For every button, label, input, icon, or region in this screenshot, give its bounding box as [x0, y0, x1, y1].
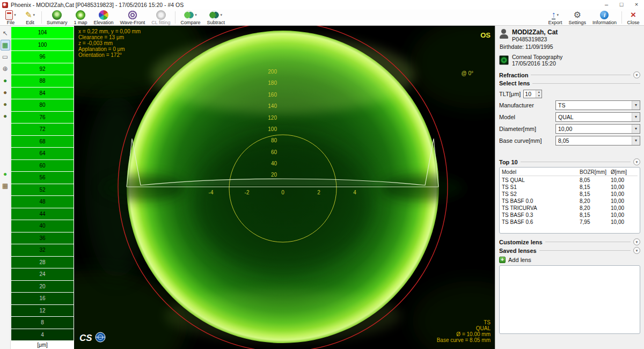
exam-header[interactable]: Corneal Topography 17/05/2016 15:20 — [499, 54, 640, 67]
top10-collapse-button[interactable]: ▾ — [633, 158, 640, 165]
toolbar-separator — [175, 11, 175, 24]
scale-value: 80 — [39, 102, 45, 108]
scale-swatch: 100 — [11, 39, 74, 51]
subtract-button[interactable]: ▾ Subtract — [203, 10, 228, 25]
scale-swatch: 60 — [11, 160, 74, 172]
edge-touch-right — [381, 175, 465, 201]
select-lens-title: Select lens — [499, 80, 530, 86]
tlt-value[interactable]: 10 — [524, 90, 536, 98]
select-lens-section-header: Select lens — [499, 80, 640, 86]
scale-value: 68 — [39, 139, 45, 144]
add-plus-icon: + — [499, 257, 506, 263]
pan-tool-icon[interactable]: ⊕ — [1, 63, 10, 74]
spin-up-icon[interactable]: ▴ — [536, 90, 541, 94]
map-thumbnail-icon[interactable]: ● — [1, 99, 10, 110]
v-axis-label: 80 — [271, 137, 277, 143]
v-axis-label: 100 — [268, 126, 277, 132]
add-lens-button[interactable]: + Add lens — [499, 257, 640, 263]
scale-unit-label: [μm] — [11, 341, 74, 349]
customize-lens-collapse-button[interactable]: ▾ — [633, 238, 640, 245]
patient-name: MODI2Zah, Cat — [512, 28, 558, 36]
table-row[interactable]: TS S28,1510,00 — [502, 191, 638, 198]
top10-section-header: Top 10 ▾ — [499, 158, 640, 165]
manufacturer-select[interactable]: TS ▾ — [555, 100, 640, 110]
saved-lenses-collapse-button[interactable]: ▾ — [633, 247, 640, 254]
diameter-row: Diameter[mm] 10,00 ▾ — [499, 124, 640, 134]
cso-logo-text: CS — [79, 333, 92, 343]
chevron-down-icon[interactable]: ▾ — [632, 125, 640, 133]
saved-lenses-list[interactable] — [499, 265, 640, 334]
scale-value: 96 — [39, 54, 45, 60]
summary-button[interactable]: Summary — [43, 10, 71, 25]
sphere-tool-icon[interactable]: ● — [1, 75, 10, 86]
top10-table[interactable]: Model BOZR[mm] Ø[mm] TS QUAL8,0510,00 TS… — [499, 167, 640, 234]
scale-value: 52 — [39, 187, 45, 193]
green-map-tool-icon[interactable]: ● — [1, 169, 10, 179]
cell-model: TS TRICURVA — [502, 205, 580, 212]
ruler-tool-icon[interactable]: ▭ — [1, 52, 10, 62]
chevron-down-icon[interactable]: ▾ — [14, 13, 16, 17]
scale-value: 104 — [38, 30, 47, 35]
table-row[interactable]: TS TRICURVA8,2010,00 — [502, 205, 638, 212]
table-row[interactable]: TS BASF 0.38,1510,00 — [502, 212, 638, 219]
elevation-button[interactable]: Elevation — [91, 10, 117, 25]
table-row[interactable]: TS BASF 0.67,9510,00 — [502, 219, 638, 226]
chevron-down-icon[interactable]: ▾ — [632, 113, 640, 121]
refraction-collapse-button[interactable]: ▾ — [633, 71, 640, 78]
map-view-tool-icon[interactable]: ▦ — [1, 40, 10, 50]
h-axis-label: 0 — [281, 190, 284, 195]
base-curve-select[interactable]: 8,05 ▾ — [555, 136, 640, 146]
chevron-down-icon[interactable]: ▾ — [195, 13, 197, 17]
summary-map-icon — [52, 10, 62, 20]
chevron-down-icon[interactable]: ▾ — [632, 101, 640, 110]
tlt-spinner[interactable]: 10 ▴ ▾ — [523, 90, 542, 98]
section-rule — [539, 250, 631, 251]
grid-map-tool-icon[interactable]: ▦ — [1, 180, 10, 191]
information-button[interactable]: i Information — [589, 10, 620, 25]
scale-swatch: 88 — [11, 75, 74, 87]
export-arrow-icon: ↑ — [552, 10, 556, 20]
close-window-button[interactable]: × — [629, 0, 644, 10]
close-label: Close — [627, 20, 639, 25]
file-button[interactable]: ▾ File — [1, 10, 20, 25]
chevron-down-icon[interactable]: ▾ — [557, 13, 559, 17]
scale-value: 12 — [39, 308, 45, 314]
eye-side-label: OS — [480, 31, 491, 39]
table-row[interactable]: TS S18,1510,00 — [502, 184, 638, 191]
cl-fitting-icon — [156, 10, 166, 20]
map-thumbnail-icon[interactable]: ● — [1, 111, 10, 121]
chevron-down-icon[interactable]: ▾ — [220, 13, 222, 17]
cell-diameter: 10,00 — [611, 184, 638, 191]
edit-button[interactable]: ✎▾ Edit — [20, 10, 40, 25]
one-map-button[interactable]: 1 map — [71, 10, 91, 25]
chevron-down-icon[interactable]: ▾ — [632, 136, 640, 145]
diameter-label: Diameter[mm] — [499, 126, 555, 132]
wavefront-button[interactable]: Wave-Front — [117, 10, 149, 25]
fluorescein-map-view[interactable]: 200 180 160 140 120 100 80 60 40 20 -4 -… — [74, 26, 495, 349]
map-thumbnail-icon[interactable]: ● — [1, 87, 10, 98]
table-row[interactable]: TS QUAL8,0510,00 — [502, 177, 638, 184]
cl-fitting-button[interactable]: CL fitting — [148, 10, 173, 25]
export-button[interactable]: ↑▾ Export — [545, 10, 565, 25]
cell-model: TS S2 — [502, 191, 580, 198]
chevron-down-icon[interactable]: ▾ — [33, 13, 35, 17]
add-lens-label: Add lens — [508, 257, 531, 263]
summary-label: Summary — [47, 20, 68, 25]
cursor-info-line: Orientation = 172° — [78, 52, 122, 58]
maximize-button[interactable]: □ — [614, 0, 629, 10]
cl-fitting-label: CL fitting — [151, 20, 170, 25]
tlt-row: TLT[μm] 10 ▴ ▾ — [499, 90, 640, 98]
scale-value: 60 — [39, 163, 45, 169]
close-view-button[interactable]: × Close — [624, 10, 643, 25]
settings-button[interactable]: ⚙ Settings — [565, 10, 589, 25]
subtract-maps-icon — [209, 10, 219, 20]
model-select[interactable]: QUAL ▾ — [555, 112, 640, 122]
compare-button[interactable]: ▾ Compare — [177, 10, 203, 25]
pointer-tool-icon[interactable]: ↖ — [1, 28, 10, 39]
table-row[interactable]: TS BASF 0.08,2010,00 — [502, 198, 638, 205]
settings-label: Settings — [568, 20, 586, 25]
spin-down-icon[interactable]: ▾ — [536, 94, 541, 98]
scale-swatch: 24 — [11, 268, 74, 280]
minimize-button[interactable]: – — [599, 0, 614, 10]
diameter-select[interactable]: 10,00 ▾ — [555, 124, 640, 134]
